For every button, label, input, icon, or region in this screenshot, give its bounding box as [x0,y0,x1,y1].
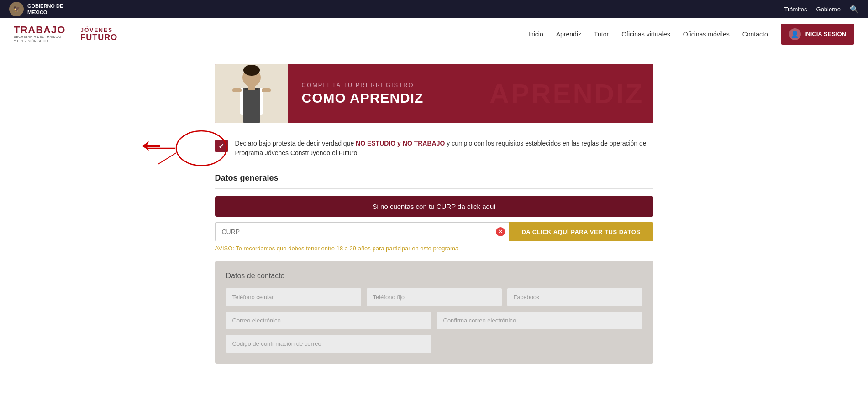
nav-aprendiz[interactable]: Aprendiz [556,31,581,38]
declaration-checkbox[interactable]: ✓ [215,140,228,152]
nav-tutor[interactable]: Tutor [594,31,609,38]
svg-line-13 [158,153,176,164]
contact-grid-3 [226,288,642,306]
telefono-celular-input[interactable] [226,288,361,306]
telefono-fijo-input[interactable] [367,288,502,306]
ver-datos-button[interactable]: DA CLICK AQUÍ PARA VER TUS DATOS [509,222,653,241]
aviso-text: AVISO: Te recordamos que debes tener ent… [215,245,653,252]
correo-input[interactable] [226,312,431,329]
svg-text:🦅: 🦅 [13,5,20,12]
banner-title: COMO APRENDIZ [302,90,640,106]
logo-trabajo-sub: SECRETARÍA DEL TRABAJO Y PREVISIÓN SOCIA… [14,35,61,43]
banner-pre-title: COMPLETA TU PRERREGISTRO [302,82,640,88]
nav-oficinas-moviles[interactable]: Oficinas móviles [683,31,730,38]
no-curp-button[interactable]: Si no cuentas con tu CURP da click aquí [215,196,653,217]
logo-jovenes-bottom: FUTURO [80,33,117,42]
user-icon: 👤 [789,28,801,40]
banner: COMPLETA TU PRERREGISTRO COMO APRENDIZ A… [215,64,653,123]
tramites-link[interactable]: Trámites [784,6,807,13]
declaration-bold: NO ESTUDIO y NO TRABAJO [356,140,445,147]
gov-bar-right: Trámites Gobierno 🔍 [784,5,859,14]
declaration-row: ✓ Declaro bajo protesta de decir verdad … [215,137,653,160]
curp-input[interactable] [215,222,509,241]
gov-text: GOBIERNO DE MÉXICO [27,3,63,16]
gov-logo: 🦅 GOBIERNO DE MÉXICO [9,2,63,16]
checkbox-check-icon: ✓ [218,142,224,151]
nav-oficinas-virtuales[interactable]: Oficinas virtuales [621,31,670,38]
nav-logos: TRABAJO SECRETARÍA DEL TRABAJO Y PREVISI… [14,25,117,43]
logo-jovenes: JÓVENES FUTURO [80,27,117,42]
logo-trabajo: TRABAJO SECRETARÍA DEL TRABAJO Y PREVISI… [14,25,65,43]
contact-grid-1 [226,335,642,353]
svg-marker-14 [142,141,160,151]
nav-inicio[interactable]: Inicio [528,31,543,38]
logo-divider [73,25,73,43]
nav-links: Inicio Aprendiz Tutor Oficinas virtuales… [528,24,854,45]
contact-section: Datos de contacto [215,261,653,364]
gov-eagle-icon: 🦅 [9,2,24,16]
contact-grid-2 [226,312,642,329]
login-button[interactable]: 👤 INICIA SESIÓN [781,24,854,45]
svg-point-4 [243,65,260,76]
svg-rect-6 [243,88,260,123]
curp-input-wrapper: ✕ [215,222,509,241]
svg-rect-9 [262,88,271,92]
curp-clear-button[interactable]: ✕ [496,227,505,236]
svg-rect-10 [248,86,255,90]
logo-trabajo-text: TRABAJO [14,25,65,35]
banner-person-svg [215,64,288,123]
confirma-correo-input[interactable] [437,312,642,329]
facebook-input[interactable] [507,288,642,306]
declaration-text: Declaro bajo protesta de decir verdad qu… [235,139,653,158]
declaration-container: ✓ Declaro bajo protesta de decir verdad … [215,137,653,160]
nav-contacto[interactable]: Contacto [742,31,768,38]
logo-jovenes-top: JÓVENES [80,27,113,33]
gobierno-link[interactable]: Gobierno [816,6,841,13]
main-nav: TRABAJO SECRETARÍA DEL TRABAJO Y PREVISI… [0,18,868,50]
codigo-confirmacion-input[interactable] [226,335,431,353]
main-content: COMPLETA TU PRERREGISTRO COMO APRENDIZ A… [206,64,663,364]
svg-rect-8 [232,88,242,92]
datos-generales-title: Datos generales [215,173,653,189]
search-icon[interactable]: 🔍 [850,5,859,14]
curp-row: ✕ DA CLICK AQUÍ PARA VER TUS DATOS [215,222,653,241]
banner-text-area: COMPLETA TU PRERREGISTRO COMO APRENDIZ [288,64,653,123]
gov-bar-left: 🦅 GOBIERNO DE MÉXICO [9,2,63,16]
checkbox-container: ✓ [215,139,228,152]
banner-image [215,64,288,123]
gov-bar: 🦅 GOBIERNO DE MÉXICO Trámites Gobierno 🔍 [0,0,868,18]
contact-section-title: Datos de contacto [226,272,642,280]
